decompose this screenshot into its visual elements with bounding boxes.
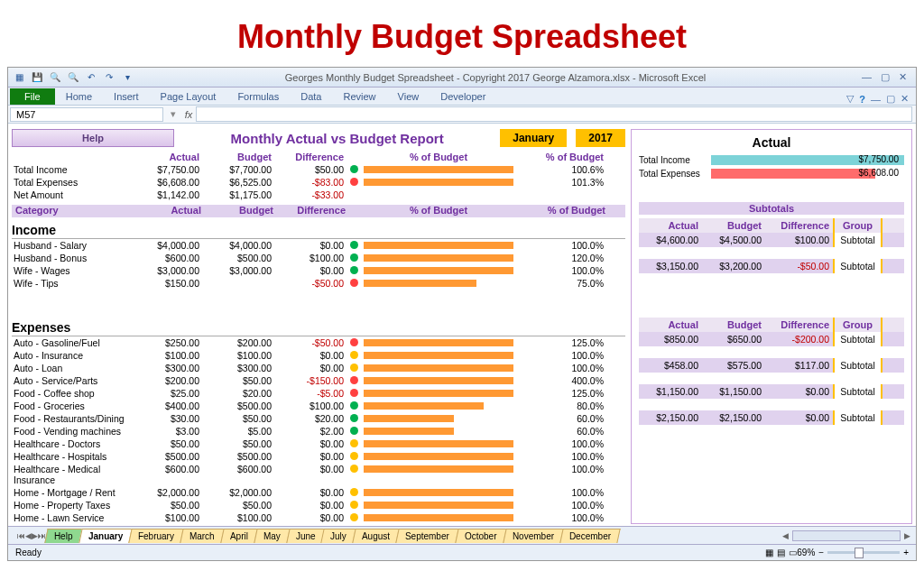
- subtotal-row: $4,600.00$4,500.00$100.00Subtotal: [639, 233, 904, 248]
- table-row: Total Expenses$6,608.00$6,525.00-$83.001…: [12, 176, 625, 189]
- ribbon-tab-review[interactable]: Review: [332, 88, 386, 105]
- undo-icon[interactable]: ↶: [84, 70, 98, 85]
- month-cell[interactable]: January: [500, 129, 567, 147]
- subtotals-header: Subtotals: [749, 203, 794, 214]
- view-layout-icon[interactable]: ▤: [777, 548, 785, 557]
- tab-scroll-next-icon[interactable]: ▶: [32, 531, 38, 540]
- ribbon: FileHomeInsertPage LayoutFormulasDataRev…: [8, 87, 916, 106]
- page-title: Monthly Budget Spreadsheet: [0, 0, 924, 67]
- tab-scroll-first-icon[interactable]: ⏮: [17, 531, 25, 540]
- sheet-tab-may[interactable]: May: [254, 529, 290, 543]
- tab-scroll-prev-icon[interactable]: ◀: [25, 531, 32, 540]
- ribbon-tab-file[interactable]: File: [10, 88, 55, 105]
- table-row: Auto - Insurance$100.00$100.00$0.00100.0…: [12, 349, 625, 362]
- sheet-tab-help[interactable]: Help: [44, 529, 82, 543]
- table-row: Healthcare - Hospitals$500.00$500.00$0.0…: [12, 450, 625, 463]
- worksheet-area: Help Monthly Actual vs Budget Report Jan…: [8, 124, 916, 526]
- sheet-tab-april[interactable]: April: [220, 529, 257, 543]
- ribbon-tab-home[interactable]: Home: [55, 88, 103, 105]
- ribbon-tab-developer[interactable]: Developer: [430, 88, 496, 105]
- formula-bar: M57 ▾ fx: [8, 106, 916, 124]
- table-row: Food - Coffee shop$25.00$20.00-$5.00125.…: [12, 387, 625, 400]
- sheet-tab-august[interactable]: August: [352, 529, 400, 543]
- sheet-tab-march[interactable]: March: [180, 529, 224, 543]
- ribbon-tab-view[interactable]: View: [387, 88, 430, 105]
- sheet-tab-october[interactable]: October: [456, 529, 507, 543]
- hscroll-left-icon[interactable]: ◀: [782, 531, 789, 540]
- col-budget: Budget: [201, 151, 273, 163]
- name-box[interactable]: M57: [10, 107, 163, 122]
- minimize-ribbon-icon[interactable]: ▽: [846, 93, 854, 105]
- table-row: Total Income$7,750.00$7,700.00$50.00100.…: [12, 163, 625, 176]
- subtotal-row: $458.00$575.00$117.00Subtotal: [639, 358, 904, 373]
- zoom-out-icon[interactable]: −: [818, 548, 824, 557]
- sheet-tab-july[interactable]: July: [321, 529, 356, 543]
- year-cell[interactable]: 2017: [576, 129, 625, 147]
- hscroll-right-icon[interactable]: ▶: [904, 531, 910, 540]
- sheet-tab-june[interactable]: June: [286, 529, 325, 543]
- doc-close-icon[interactable]: ✕: [901, 93, 909, 105]
- table-row: Home - Mortgage / Rent$2,000.00$2,000.00…: [12, 486, 625, 499]
- table-row: Net Amount$1,142.00$1,175.00-$33.00: [12, 189, 625, 201]
- sheet-tab-january[interactable]: January: [79, 529, 133, 543]
- chart-title: Actual: [639, 135, 904, 150]
- sheet-tab-february[interactable]: February: [128, 529, 183, 543]
- excel-window: ▦ 💾 🔍 🔍 ↶ ↷ ▾ Georges Monthly Budget Spr…: [7, 67, 917, 561]
- minimize-icon[interactable]: —: [862, 71, 872, 83]
- col-pob-bar: % of Budget: [362, 151, 515, 163]
- col-actual: Actual: [129, 151, 201, 163]
- table-row: Food - Vending machines$3.00$5.00$2.0060…: [12, 425, 625, 437]
- view-pagebreak-icon[interactable]: ▭: [789, 548, 797, 557]
- fx-icon[interactable]: fx: [181, 109, 196, 120]
- table-row: Food - Restaurants/Dining$30.00$50.00$20…: [12, 412, 625, 425]
- sheet-tab-november[interactable]: November: [503, 529, 564, 543]
- doc-minimize-icon[interactable]: —: [871, 94, 881, 105]
- find-icon[interactable]: 🔍: [48, 70, 62, 85]
- titlebar: ▦ 💾 🔍 🔍 ↶ ↷ ▾ Georges Monthly Budget Spr…: [8, 68, 916, 87]
- status-ready: Ready: [15, 548, 42, 557]
- ribbon-tab-data[interactable]: Data: [290, 88, 332, 105]
- table-row: Auto - Loan$300.00$300.00$0.00100.0%: [12, 362, 625, 374]
- zoom-in-icon[interactable]: +: [903, 548, 909, 557]
- formula-input[interactable]: [196, 106, 912, 122]
- subtotal-row: $850.00$650.00-$200.00Subtotal: [639, 332, 904, 347]
- sheet-tab-december[interactable]: December: [559, 529, 621, 543]
- quick-access-toolbar: ▦ 💾 🔍 🔍 ↶ ↷ ▾: [8, 70, 138, 85]
- close-icon[interactable]: ✕: [899, 71, 907, 83]
- sheet-tabs: ⏮ ◀ ▶ ⏭ HelpJanuaryFebruaryMarchAprilMay…: [8, 526, 916, 544]
- chart-bar-row: Total Income$7,750.00: [639, 155, 904, 165]
- redo-icon[interactable]: ↷: [102, 70, 116, 85]
- table-row: Wife - Tips$150.00-$50.0075.0%: [12, 277, 625, 290]
- name-box-dropdown-icon[interactable]: ▾: [165, 108, 181, 120]
- qat-dropdown-icon[interactable]: ▾: [120, 70, 134, 85]
- save-icon[interactable]: 💾: [30, 70, 44, 85]
- view-normal-icon[interactable]: ▦: [765, 548, 773, 557]
- zoom-slider[interactable]: [827, 551, 900, 554]
- ribbon-tab-page-layout[interactable]: Page Layout: [150, 88, 227, 105]
- table-row: Auto - Service/Parts$200.00$50.00-$150.0…: [12, 374, 625, 387]
- help-icon[interactable]: ?: [859, 94, 865, 105]
- maximize-icon[interactable]: ▢: [881, 71, 890, 83]
- sheet-tab-september[interactable]: September: [396, 529, 459, 543]
- horizontal-scrollbar[interactable]: [792, 530, 901, 541]
- subtotal-row: $2,150.00$2,150.00$0.00Subtotal: [639, 410, 904, 426]
- col-pob: % of Budget: [515, 151, 605, 163]
- table-row: Home - Lawn Service$100.00$100.00$0.0010…: [12, 511, 625, 524]
- table-row: Auto - Gasoline/Fuel$250.00$200.00-$50.0…: [12, 336, 625, 349]
- table-row: Husband - Bonus$600.00$500.00$100.00120.…: [12, 252, 625, 264]
- table-row: Healthcare - Doctors$50.00$50.00$0.00100…: [12, 437, 625, 450]
- table-row: Home - Property Taxes$50.00$50.00$0.0010…: [12, 499, 625, 511]
- table-row: Husband - Salary$4,000.00$4,000.00$0.001…: [12, 239, 625, 252]
- doc-restore-icon[interactable]: ▢: [886, 93, 895, 105]
- find-all-icon[interactable]: 🔍: [66, 70, 80, 85]
- table-row: Food - Groceries$400.00$500.00$100.0080.…: [12, 400, 625, 412]
- excel-icon: ▦: [12, 70, 26, 85]
- window-title: Georges Monthly Budget Spreadsheet - Cop…: [138, 72, 853, 83]
- zoom-control[interactable]: 69% − +: [797, 548, 909, 557]
- ribbon-tab-insert[interactable]: Insert: [103, 88, 150, 105]
- ribbon-tab-formulas[interactable]: Formulas: [226, 88, 290, 105]
- help-button[interactable]: Help: [12, 129, 174, 147]
- chart-bar-row: Total Expenses$6,608.00: [639, 169, 904, 179]
- subtotal-row: $1,150.00$1,150.00$0.00Subtotal: [639, 384, 904, 400]
- col-difference: Difference: [273, 151, 346, 163]
